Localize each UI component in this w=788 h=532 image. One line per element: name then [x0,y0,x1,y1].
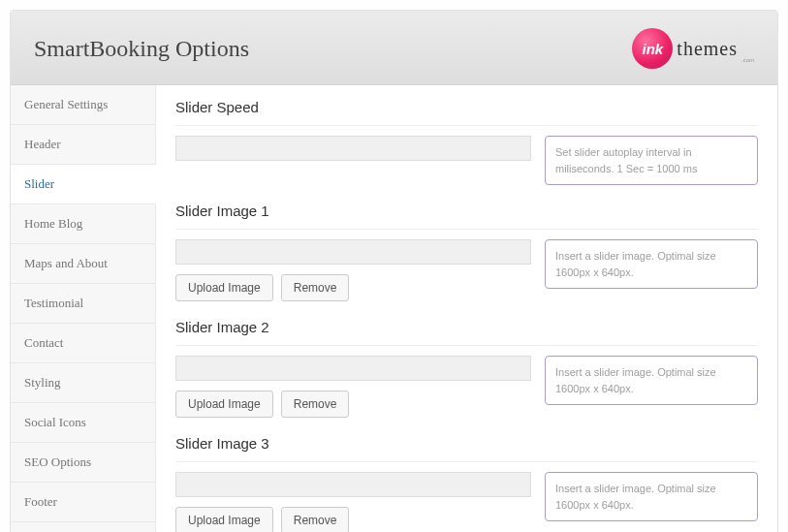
button-row: Upload ImageRemove [175,507,531,532]
panel-body: General SettingsHeaderSliderHome BlogMap… [11,85,777,532]
upload-image-button[interactable]: Upload Image [175,507,273,532]
sidebar-item-contact[interactable]: Contact [11,324,155,363]
help-box: Insert a slider image. Optimal size 1600… [545,472,758,521]
main-content: Slider SpeedSet slider autoplay interval… [156,85,777,532]
button-row: Upload ImageRemove [175,274,531,301]
remove-button[interactable]: Remove [281,274,350,301]
help-box: Insert a slider image. Optimal size 1600… [545,239,758,289]
sidebar-item-slider[interactable]: Slider [11,165,156,204]
section-row: Upload ImageRemoveInsert a slider image.… [175,461,758,532]
remove-button[interactable]: Remove [281,507,350,532]
text-input[interactable] [175,239,531,265]
section-slider-image-1: Slider Image 1Upload ImageRemoveInsert a… [175,203,758,301]
sidebar-item-general-settings[interactable]: General Settings [11,85,155,125]
logo-icon: ink [632,28,673,69]
upload-image-button[interactable]: Upload Image [175,391,273,418]
sidebar-item-maps-and-about[interactable]: Maps and About [11,244,155,284]
section-slider-image-2: Slider Image 2Upload ImageRemoveInsert a… [175,319,758,418]
section-left: Upload ImageRemove [175,472,531,532]
upload-image-button[interactable]: Upload Image [175,274,273,301]
section-row: Set slider autoplay interval in miliseco… [175,125,758,185]
panel-header: SmartBooking Options ink themes .com [11,11,777,85]
sidebar-item-social-icons[interactable]: Social Icons [11,403,155,443]
help-box: Insert a slider image. Optimal size 1600… [545,356,758,405]
sidebar: General SettingsHeaderSliderHome BlogMap… [11,85,156,532]
page-title: SmartBooking Options [34,36,249,62]
logo-sub: .com [741,57,754,63]
help-box: Set slider autoplay interval in miliseco… [545,136,758,185]
remove-button[interactable]: Remove [281,391,350,418]
section-label: Slider Image 2 [175,319,758,335]
logo-text: themes [677,38,738,60]
section-row: Upload ImageRemoveInsert a slider image.… [175,345,758,418]
section-left: Upload ImageRemove [175,356,531,418]
section-label: Slider Speed [175,99,758,115]
section-left [175,136,531,171]
section-label: Slider Image 3 [175,435,758,452]
sidebar-item-styling[interactable]: Styling [11,363,155,403]
text-input[interactable] [175,136,531,161]
section-row: Upload ImageRemoveInsert a slider image.… [175,229,758,301]
text-input[interactable] [175,356,531,381]
section-label: Slider Image 1 [175,203,758,219]
button-row: Upload ImageRemove [175,391,531,418]
sidebar-item-header[interactable]: Header [11,125,155,165]
text-input[interactable] [175,472,531,497]
section-left: Upload ImageRemove [175,239,531,301]
sidebar-item-testimonial[interactable]: Testimonial [11,284,155,324]
section-slider-speed: Slider SpeedSet slider autoplay interval… [175,99,758,185]
sidebar-item-footer[interactable]: Footer [11,483,155,522]
options-panel: SmartBooking Options ink themes .com Gen… [10,10,778,532]
brand-logo: ink themes .com [632,28,754,69]
sidebar-item-home-blog[interactable]: Home Blog [11,204,155,244]
section-slider-image-3: Slider Image 3Upload ImageRemoveInsert a… [175,435,758,532]
sidebar-item-seo-options[interactable]: SEO Options [11,443,155,483]
